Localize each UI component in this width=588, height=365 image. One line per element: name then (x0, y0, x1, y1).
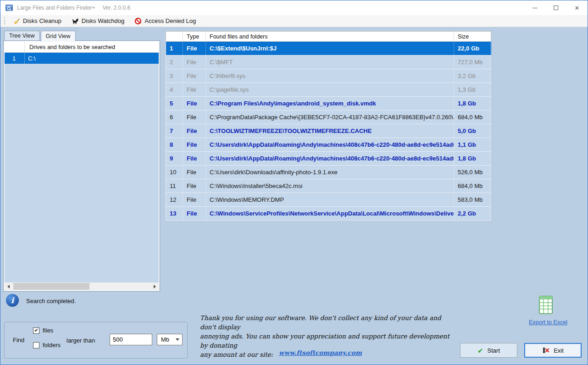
disks-watchdog-button[interactable]: Disks Watchdog (67, 15, 129, 27)
info-icon: i (6, 294, 19, 307)
result-row-path: C:\ProgramData\Package Cache\{3EBE5CF7-0… (206, 111, 454, 124)
result-row-size: 583,0 Mb (454, 193, 491, 206)
scrollbar-track[interactable] (12, 282, 151, 290)
result-row-type: File (183, 179, 206, 193)
result-row-num: 12 (166, 193, 183, 206)
result-row-size: 1,8 Gb (454, 97, 491, 110)
result-row[interactable]: 13 File C:\Windows\ServiceProfiles\Netwo… (166, 207, 491, 221)
drives-grid-header: Drives and folders to be searched (5, 42, 159, 53)
broom-icon (13, 17, 20, 25)
result-row-path: C:\pagefile.sys (206, 83, 454, 96)
maximize-button[interactable] (545, 0, 566, 15)
tab-grid-view-label: Grid View (46, 33, 71, 39)
titlebar: Large Files and Folders Finder+ Ver. 2.0… (0, 0, 588, 15)
dog-icon (72, 17, 79, 25)
drives-col-header-num (5, 42, 25, 52)
result-row-num: 3 (166, 69, 183, 83)
scrollbar-thumb[interactable] (13, 283, 89, 290)
excel-icon[interactable] (536, 294, 556, 316)
unit-dropdown[interactable]: Mb (157, 334, 183, 345)
disks-watchdog-label: Disks Watchdog (82, 17, 124, 24)
result-row[interactable]: 3 File C:\hiberfil.sys 3,2 Gb (166, 69, 491, 83)
result-row-size: 3,2 Gb (454, 69, 491, 83)
col-header-num[interactable] (166, 32, 183, 41)
no-entry-icon (134, 17, 142, 25)
larger-than-label: larger than (67, 337, 95, 344)
result-row[interactable]: 8 File C:\Users\dirk\AppData\Roaming\And… (166, 138, 491, 152)
result-row-type: File (183, 69, 206, 83)
thanks-line-2: annoying ads. You can show your apprecia… (200, 332, 457, 350)
result-row[interactable]: 10 File C:\Users\dirk\Downloads\affinity… (166, 166, 491, 179)
website-link[interactable]: www.ftsoftcompany.com (200, 349, 441, 356)
result-row[interactable]: 9 File C:\Users\dirk\AppData\Roaming\And… (166, 152, 491, 166)
result-row[interactable]: 11 File C:\Windows\Installer\5beca42c.ms… (166, 179, 491, 193)
results-body: 1 File C:\$Extend\$UsnJrnl:$J 22,0 Gb 2 … (166, 42, 491, 221)
result-row-path: C:\Users\dirk\Downloads\affinity-photo-1… (206, 166, 454, 179)
result-row-num: 2 (166, 55, 183, 69)
result-row[interactable]: 5 File C:\Program Files\Andy\images\andr… (166, 97, 491, 111)
drive-row-path: C:\ (25, 53, 159, 64)
find-label: Find (13, 337, 24, 343)
col-header-path[interactable]: Found files and folders (206, 32, 454, 41)
files-checkbox-row: files (33, 327, 53, 334)
start-button[interactable]: ✔ Start (460, 343, 517, 358)
result-row-path: C:\$MFT (206, 55, 454, 69)
exit-button-label: Exit (554, 347, 564, 354)
exit-icon (542, 347, 549, 354)
window-version: Ver. 2.0.0.6 (102, 5, 130, 11)
folders-checkbox[interactable] (33, 342, 39, 348)
window-title: Large Files and Folders Finder+ (17, 5, 95, 11)
access-denied-log-button[interactable]: Access Denied Log (129, 15, 201, 27)
result-row[interactable]: 2 File C:\$MFT 727,0 Mb (166, 55, 491, 69)
minimize-icon (533, 8, 538, 8)
result-row-num: 4 (166, 83, 183, 96)
files-checkbox[interactable] (33, 327, 39, 334)
size-threshold-input[interactable] (110, 334, 152, 345)
minimize-button[interactable] (524, 0, 545, 15)
result-row[interactable]: 12 File C:\Windows\MEMORY.DMP 583,0 Mb (166, 193, 491, 207)
result-row-path: C:\Windows\MEMORY.DMP (206, 193, 454, 206)
drive-row[interactable]: 1 C:\ (5, 53, 159, 64)
drives-grid: Drives and folders to be searched 1 C:\ (5, 42, 159, 290)
close-button[interactable]: ✕ (566, 0, 588, 15)
chevron-down-icon (176, 338, 179, 341)
result-row-type: File (183, 111, 206, 124)
start-button-label: Start (488, 347, 500, 354)
result-row-type: File (183, 97, 206, 110)
toolbar-grip[interactable] (4, 17, 6, 24)
tab-grid-view[interactable]: Grid View (41, 31, 76, 41)
result-row-path: C:\Users\dirk\AppData\Roaming\Andy\machi… (206, 152, 454, 165)
col-header-size[interactable]: Size (454, 32, 491, 41)
exit-button[interactable]: Exit (524, 343, 582, 358)
result-row-path: C:\hiberfil.sys (206, 69, 454, 83)
result-row-path: C:\$Extend\$UsnJrnl:$J (206, 42, 454, 55)
scroll-left-button[interactable] (5, 282, 12, 290)
result-row-size: 1,3 Gb (454, 83, 491, 96)
result-row-size: 526,0 Mb (454, 166, 491, 179)
scroll-right-button[interactable] (151, 282, 159, 290)
folders-checkbox-row: folders (33, 342, 61, 348)
files-checkbox-label: files (43, 327, 53, 334)
result-row-num: 5 (166, 97, 183, 110)
col-header-type[interactable]: Type (183, 32, 206, 41)
toolbar: Disks Cleanup Disks Watchdog Access Deni… (0, 15, 588, 27)
checkmark-icon: ✔ (477, 347, 483, 354)
result-row-num: 6 (166, 111, 183, 124)
result-row[interactable]: 4 File C:\pagefile.sys 1,3 Gb (166, 83, 491, 97)
scroll-left-icon (7, 285, 10, 288)
result-row-type: File (183, 42, 206, 55)
result-row-num: 1 (166, 42, 183, 55)
results-header: Type Found files and folders Size (166, 31, 491, 42)
result-row-size: 1,1 Gb (454, 138, 491, 151)
result-row[interactable]: 7 File C:\TOOLWIZTIMEFREEZE\TOOLWIZTIMEF… (166, 124, 491, 138)
result-row[interactable]: 6 File C:\ProgramData\Package Cache\{3EB… (166, 111, 491, 124)
disks-cleanup-button[interactable]: Disks Cleanup (8, 15, 67, 27)
scroll-right-icon (154, 285, 156, 288)
result-row-type: File (183, 55, 206, 69)
access-denied-log-label: Access Denied Log (144, 17, 196, 24)
export-to-excel-link[interactable]: Export to Excel (522, 319, 574, 326)
horizontal-scrollbar[interactable] (5, 282, 159, 290)
tab-tree-view[interactable]: Tree View (4, 31, 40, 40)
result-row-size: 684,0 Mb (454, 179, 491, 193)
result-row[interactable]: 1 File C:\$Extend\$UsnJrnl:$J 22,0 Gb (166, 42, 491, 55)
